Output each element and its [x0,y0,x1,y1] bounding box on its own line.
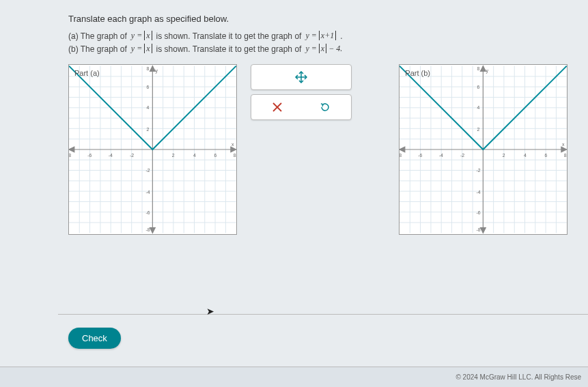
svg-text:-4: -4 [439,153,443,158]
svg-text:4: 4 [193,153,196,158]
svg-text:2: 2 [172,153,175,158]
svg-text:-6: -6 [145,210,150,215]
part-a-text: (a) The graph of y = x is shown. Transla… [68,31,568,41]
svg-text:-6: -6 [477,210,481,215]
svg-text:4: 4 [477,105,480,110]
svg-text:-6: -6 [419,153,423,158]
svg-text:-4: -4 [109,153,113,158]
svg-text:-2: -2 [477,168,481,173]
graph-b-label: Part (b) [405,69,430,77]
graph-b-svg: -8-6-4-2 2468 8642 -2-4-6-8 yx [400,65,567,234]
svg-text:8: 8 [564,153,567,158]
part-b-text: (b) The graph of y = x is shown. Transla… [68,44,568,54]
svg-text:-8: -8 [145,227,150,232]
svg-text:4: 4 [147,105,150,110]
svg-marker-30 [150,66,155,72]
copyright-text: © 2024 McGraw Hill LLC. All Rights Rese [456,373,581,381]
part-b-prefix: (b) The graph of [68,44,127,54]
cursor-icon: ➤ [206,306,214,317]
graph-part-b[interactable]: Part (b) -8-6-4-2 2468 8642 [399,64,568,235]
check-button[interactable]: Check [68,328,121,349]
svg-text:-4: -4 [145,190,150,195]
main-instruction: Translate each graph as specified below. [68,14,568,24]
part-a-end: . [340,31,342,41]
svg-text:y: y [156,68,158,74]
svg-text:-2: -2 [130,153,134,158]
part-a-eq2: y = x+1 [304,31,337,41]
move-icon[interactable] [291,67,311,87]
svg-text:-2: -2 [145,168,150,173]
svg-marker-87 [481,228,486,233]
reset-icon[interactable] [315,97,335,117]
svg-text:2: 2 [477,127,480,132]
tool-row-actions [251,94,352,120]
svg-marker-32 [69,147,74,152]
svg-text:6: 6 [214,153,216,158]
svg-text:6: 6 [477,85,480,89]
svg-text:y: y [486,68,489,74]
part-a-eq1: y = x [130,31,154,41]
tool-row-move [251,64,352,90]
svg-text:2: 2 [147,127,150,132]
svg-text:-8: -8 [69,153,71,158]
svg-marker-88 [400,147,405,152]
graph-part-a[interactable]: Part (a) -8-6-4-2 2468 8642 [68,64,237,235]
svg-text:6: 6 [545,153,548,158]
svg-text:6: 6 [147,85,150,89]
close-icon[interactable] [267,97,288,117]
svg-text:-4: -4 [477,190,481,195]
svg-text:4: 4 [524,153,527,158]
svg-text:2: 2 [503,153,505,158]
svg-text:-6: -6 [87,153,92,158]
part-b-eq1: y = x [130,44,154,54]
svg-marker-31 [150,228,155,233]
part-a-mid: is shown. Translate it to get the graph … [156,31,302,41]
svg-text:-2: -2 [460,153,464,158]
content-divider [58,314,588,315]
tool-palette [251,64,352,120]
svg-marker-33 [231,147,236,152]
svg-text:8: 8 [234,153,236,158]
svg-text:-8: -8 [477,227,481,232]
svg-text:8: 8 [477,67,480,72]
svg-marker-89 [561,147,567,152]
graph-a-label: Part (a) [74,69,100,77]
svg-text:x: x [562,142,565,147]
svg-text:-8: -8 [400,153,402,158]
footer-bar: © 2024 McGraw Hill LLC. All Rights Rese [0,367,588,387]
part-a-prefix: (a) The graph of [68,31,127,41]
part-b-mid: is shown. Translate it to get the graph … [156,44,302,54]
svg-text:x: x [232,142,234,147]
svg-marker-86 [481,66,486,72]
svg-text:8: 8 [147,67,150,72]
graph-a-svg: -8-6-4-2 2468 8642 -2-4-6-8 yx [69,65,236,234]
part-b-eq2: y = x − 4. [304,44,344,54]
